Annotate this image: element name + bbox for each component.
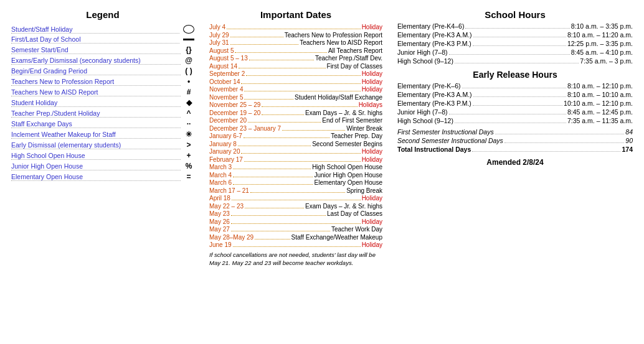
instructional-item: Total Instructional Days174 <box>397 146 633 153</box>
date-item: April 18Holiday <box>209 195 382 202</box>
date-dots <box>230 37 283 37</box>
date-item: October 14Holiday <box>209 78 382 85</box>
date-event: Elementary Open House <box>314 179 382 186</box>
date-date: November 5 <box>209 94 243 101</box>
legend-item-label: Teacher Prep./Student Holiday <box>11 109 181 118</box>
early-release-item: Junior High (7–8)8:45 a.m. – 12:45 p.m. <box>397 108 633 116</box>
hours-time: 12:25 p.m. – 3:35 p.m. <box>567 40 633 47</box>
instructional-item: First Semester Instructional Days84 <box>397 128 633 136</box>
hours-dots <box>465 28 569 29</box>
early-release-time: 7:35 a.m. – 11:35 a.m. <box>567 117 633 124</box>
legend-item-symbol: ◆ <box>183 98 194 107</box>
instructional-value: 174 <box>622 146 633 153</box>
date-dots <box>233 177 313 177</box>
date-item: January 20Holiday <box>209 148 382 155</box>
early-release-label: Elementary (Pre-K–6) <box>397 82 461 90</box>
dates-panel: Important Dates July 4HolidayJuly 29Teac… <box>206 6 386 338</box>
date-item: December 23 – January 7Winter Break <box>209 125 382 132</box>
date-date: December 19 – 20 <box>209 109 260 116</box>
date-event: Holiday <box>362 218 382 225</box>
legend-item-label: Elementary Open House <box>11 173 181 181</box>
date-item: August 5All Teachers Report <box>209 47 382 54</box>
date-item: July 31Teachers New to AISD Report <box>209 39 382 46</box>
legend-item: Elementary Open House= <box>11 172 194 181</box>
instructional-value: 84 <box>625 128 633 136</box>
dates-note: If school cancellations are not needed, … <box>209 251 382 267</box>
date-item: May 27Teacher Work Day <box>209 226 382 233</box>
legend-item-symbol: % <box>183 162 194 170</box>
date-dots <box>262 106 357 107</box>
date-date: November 25 – 29 <box>209 101 260 108</box>
early-release-dots <box>473 96 566 97</box>
early-release-time: 8:10 a.m. – 10:10 a.m. <box>567 91 633 98</box>
date-date: December 23 – January 7 <box>209 125 281 132</box>
date-date: October 14 <box>209 78 240 85</box>
legend-item: High School Open House+ <box>11 151 194 160</box>
early-release-time: 8:45 a.m. – 12:45 p.m. <box>567 108 633 116</box>
date-event: Second Semester Begins <box>312 141 382 147</box>
date-event: Holiday <box>362 195 382 202</box>
hours-dots <box>455 63 579 63</box>
dates-items: July 4HolidayJuly 29Teachers New to Prof… <box>209 24 382 248</box>
date-event: All Teachers Report <box>328 47 382 54</box>
hours-time: 8:10 a.m. – 3:35 p.m. <box>571 22 633 30</box>
date-date: July 4 <box>209 24 225 30</box>
date-event: Teachers New to AISD Report <box>300 39 382 46</box>
legend-item: Inclement Weather Makeup for Staff✳ <box>11 130 194 139</box>
date-event: Teachers New to Profession Report <box>285 32 382 39</box>
hours-time: 7:35 a.m. – 3 p.m. <box>580 57 633 65</box>
date-item: March 4Junior High Open House <box>209 172 382 179</box>
date-date: March 6 <box>209 179 232 186</box>
date-item: December 19 – 20Exam Days – Jr. & Sr. hi… <box>209 109 382 116</box>
legend-item: Staff Exchange Days∙∙ <box>11 119 194 128</box>
date-date: April 18 <box>209 195 230 202</box>
legend-item-symbol: = <box>183 172 194 181</box>
date-date: August 5 <box>209 47 234 54</box>
date-item: November 25 – 29Holidays <box>209 101 382 108</box>
date-event: Student Holiday/Staff Exchange <box>295 94 382 101</box>
hours-label: Elementary (Pre-K3 P.M.) <box>397 40 471 47</box>
date-date: March 3 <box>209 164 232 170</box>
date-dots <box>244 161 361 162</box>
date-dots <box>233 169 311 169</box>
early-release-label: Junior High (7–8) <box>397 108 448 116</box>
legend-item-label: Teachers New to AISD Report <box>11 88 181 96</box>
date-item: September 2Holiday <box>209 70 382 77</box>
early-release-time: 8:10 a.m. – 12:10 p.m. <box>567 82 633 90</box>
date-dots <box>231 223 361 224</box>
date-dots <box>262 114 304 115</box>
instructional-dots <box>472 151 620 152</box>
date-item: March 3High School Open House <box>209 164 382 170</box>
date-event: Spring Break <box>346 187 382 194</box>
date-dots <box>239 68 325 68</box>
date-dots <box>238 146 311 146</box>
date-date: June 19 <box>209 241 232 248</box>
early-release-dots <box>449 114 566 114</box>
legend-item-label: Exams/Early Dismissal (secondary student… <box>11 57 181 65</box>
instructional-label: Second Semester Instructional Days <box>397 137 503 144</box>
date-item: January 6-7Teacher Prep. Day <box>209 132 382 139</box>
date-event: First Day of Classes <box>327 63 382 70</box>
date-date: July 29 <box>209 32 229 39</box>
legend-item: Student/Staff Holiday <box>11 25 194 34</box>
hours-time: 8:10 a.m. – 11:20 a.m. <box>567 31 633 39</box>
legend-item-symbol: ✳ <box>183 130 194 139</box>
date-date: July 31 <box>209 39 229 46</box>
legend-item-symbol: # <box>183 88 194 96</box>
legend-item-label: Student Holiday <box>11 99 181 107</box>
date-event: Winter Break <box>346 125 382 132</box>
date-dots <box>227 29 361 29</box>
hours-panel: School Hours Elementary (Pre-K4–6)8:10 a… <box>392 6 638 338</box>
legend-item-label: Early Dismissal (elementary students) <box>11 141 181 149</box>
date-date: August 14 <box>209 63 237 70</box>
date-date: January 6-7 <box>209 132 242 139</box>
date-date: May 22 – 23 <box>209 203 244 210</box>
instructional-item: Second Semester Instructional Days90 <box>397 137 633 144</box>
date-date: March 4 <box>209 172 232 179</box>
legend-item-label: First/Last Day of School <box>11 35 179 44</box>
legend-item-label: Teachers New to Profession Report <box>11 78 181 86</box>
date-item: August 14First Day of Classes <box>209 63 382 70</box>
date-item: May 23Last Day of Classes <box>209 210 382 217</box>
date-item: July 29Teachers New to Profession Report <box>209 32 382 39</box>
legend-item: Teacher Prep./Student Holiday^ <box>11 109 194 118</box>
